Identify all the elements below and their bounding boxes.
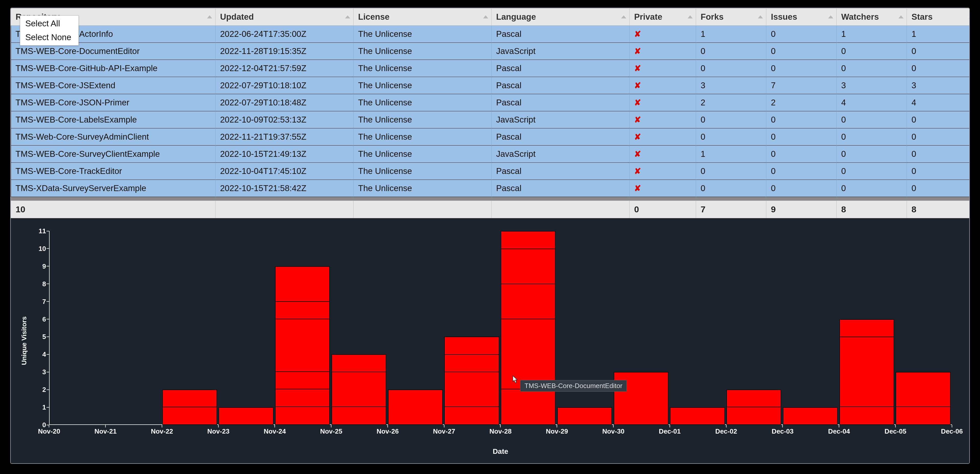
menu-item-select-all[interactable]: Select All — [20, 17, 78, 30]
cell-license: The Unlicense — [353, 94, 492, 111]
table-separator — [11, 197, 969, 201]
cell-stars: 1 — [907, 26, 970, 43]
chart-bar[interactable] — [839, 319, 894, 425]
bar-segment-divider — [332, 407, 386, 407]
chart-bar[interactable] — [557, 407, 612, 425]
table-row[interactable]: TMS-WEB-Core-ActorInfo2022-06-24T17:35:0… — [11, 26, 970, 43]
cell-issues: 0 — [766, 128, 837, 145]
cell-repo: TMS-XData-SurveyServerExample — [11, 180, 215, 197]
chart-bar[interactable] — [388, 389, 443, 425]
column-header-label: Watchers — [841, 12, 879, 21]
cell-watchers: 0 — [837, 43, 907, 60]
cell-language: JavaScript — [492, 43, 630, 60]
chart-bar[interactable] — [501, 231, 555, 425]
private-false-icon: ✘ — [634, 29, 641, 38]
sort-arrow-icon[interactable] — [828, 15, 833, 18]
private-false-icon: ✘ — [634, 149, 641, 159]
table-row[interactable]: TMS-WEB-Core-JSON-Primer2022-07-29T10:18… — [11, 94, 970, 111]
cell-updated: 2022-12-04T21:57:59Z — [215, 60, 353, 77]
column-header-forks[interactable]: Forks — [696, 8, 766, 26]
column-header-label: Language — [496, 12, 536, 21]
table-row[interactable]: TMS-WEB-Core-SurveyClientExample2022-10-… — [11, 145, 970, 163]
table-row[interactable]: TMS-WEB-Core-JSExtend2022-07-29T10:18:10… — [11, 77, 970, 94]
private-false-icon: ✘ — [634, 115, 641, 124]
repo-table-footer: 1007988 — [11, 201, 970, 218]
column-header-label: Updated — [220, 12, 254, 21]
bar-segment-divider — [445, 372, 498, 372]
cell-language: Pascal — [492, 128, 630, 145]
column-header-label: Private — [634, 12, 662, 21]
cell-updated: 2022-10-04T17:45:10Z — [215, 163, 353, 180]
cell-watchers: 0 — [837, 145, 907, 163]
cell-language: JavaScript — [492, 145, 630, 163]
cell-license: The Unlicense — [353, 26, 492, 43]
sort-arrow-icon[interactable] — [899, 15, 904, 18]
column-header-watchers[interactable]: Watchers — [837, 8, 907, 26]
column-header-language[interactable]: Language — [492, 8, 630, 26]
mouse-cursor-icon — [512, 375, 518, 384]
cell-language: JavaScript — [492, 111, 630, 128]
table-row[interactable]: TMS-Web-Core-SurveyAdminClient2022-11-21… — [11, 128, 970, 145]
chart-bar[interactable] — [444, 337, 499, 425]
cell-language: Pascal — [492, 163, 630, 180]
bar-segment-divider — [840, 337, 894, 337]
sort-arrow-icon[interactable] — [969, 15, 970, 18]
cell-issues: 0 — [766, 43, 837, 60]
column-header-updated[interactable]: Updated — [215, 8, 353, 26]
chart-bar[interactable] — [783, 407, 838, 425]
y-tick: 1 — [43, 404, 46, 411]
cell-stars: 0 — [907, 60, 970, 77]
column-header-label: License — [358, 12, 390, 21]
x-tick: Nov-21 — [94, 428, 116, 436]
table-row[interactable]: TMS-WEB-Core-TrackEditor2022-10-04T17:45… — [11, 163, 970, 180]
cell-language: Pascal — [492, 180, 630, 197]
cell-private: ✘ — [630, 43, 696, 60]
x-tick: Dec-06 — [941, 428, 963, 436]
cell-language: Pascal — [492, 60, 630, 77]
chart-bar[interactable] — [726, 389, 781, 425]
column-header-issues[interactable]: Issues — [766, 8, 837, 26]
chart-bar[interactable] — [896, 372, 950, 425]
x-tick: Nov-23 — [207, 428, 229, 436]
chart-bar[interactable] — [218, 407, 273, 425]
chart-bar[interactable] — [162, 389, 217, 425]
cell-forks: 2 — [696, 94, 766, 111]
menu-item-select-none[interactable]: Select None — [20, 30, 78, 44]
table-row[interactable]: TMS-WEB-Core-DocumentEditor2022-11-28T19… — [11, 43, 970, 60]
cell-watchers: 0 — [837, 111, 907, 128]
private-false-icon: ✘ — [634, 81, 641, 90]
sort-arrow-icon[interactable] — [621, 15, 626, 18]
bar-segment-divider — [501, 249, 555, 249]
private-false-icon: ✘ — [634, 184, 641, 193]
x-tick: Nov-28 — [490, 428, 512, 436]
column-header-license[interactable]: License — [353, 8, 492, 26]
column-header-label: Forks — [701, 12, 724, 21]
sort-arrow-icon[interactable] — [345, 15, 350, 18]
cell-issues: 0 — [766, 145, 837, 163]
cell-updated: 2022-07-29T10:18:48Z — [215, 94, 353, 111]
cell-private: ✘ — [630, 26, 696, 43]
chart-bar[interactable] — [670, 407, 725, 425]
private-false-icon: ✘ — [634, 98, 641, 107]
table-row[interactable]: TMS-WEB-Core-GitHub-API-Example2022-12-0… — [11, 60, 970, 77]
column-header-stars[interactable]: Stars — [907, 8, 970, 26]
sort-arrow-icon[interactable] — [483, 15, 488, 18]
cell-license: The Unlicense — [353, 180, 492, 197]
cell-forks: 0 — [696, 60, 766, 77]
column-header-private[interactable]: Private — [630, 8, 696, 26]
footer-cell-forks: 7 — [696, 201, 766, 218]
chart-plot[interactable] — [49, 231, 952, 425]
cell-updated: 2022-10-09T02:53:13Z — [215, 111, 353, 128]
sort-arrow-icon[interactable] — [687, 15, 693, 18]
table-row[interactable]: TMS-XData-SurveyServerExample2022-10-15T… — [11, 180, 970, 197]
sort-arrow-icon[interactable] — [207, 15, 212, 18]
chart-bar[interactable] — [331, 354, 386, 425]
cell-updated: 2022-06-24T17:35:00Z — [215, 26, 353, 43]
cell-private: ✘ — [630, 111, 696, 128]
bar-segment-divider — [445, 407, 498, 407]
cell-stars: 0 — [907, 163, 970, 180]
sort-arrow-icon[interactable] — [758, 15, 763, 18]
table-row[interactable]: TMS-WEB-Core-LabelsExample2022-10-09T02:… — [11, 111, 970, 128]
cell-issues: 0 — [766, 26, 837, 43]
chart-bar[interactable] — [275, 266, 330, 425]
